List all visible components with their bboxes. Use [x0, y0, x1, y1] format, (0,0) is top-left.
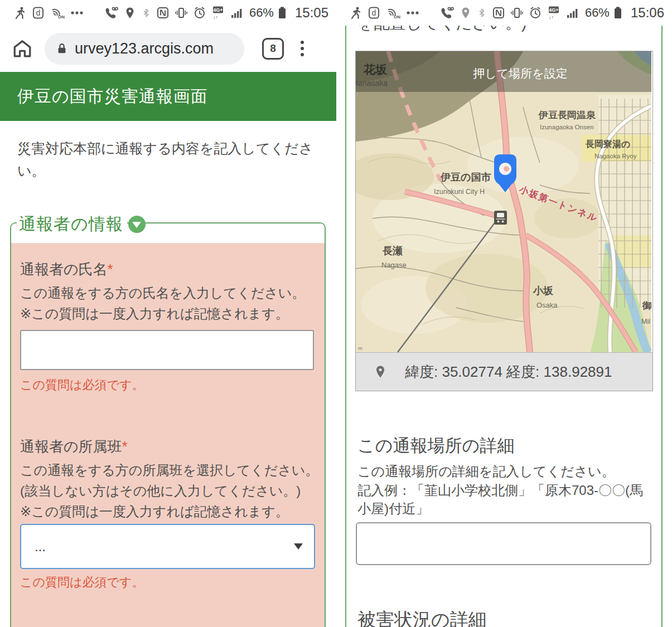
map-label-edge-jp: 御 — [642, 300, 651, 311]
alarm-clock-icon — [529, 6, 542, 20]
map-widget[interactable]: 花坂 Hanasaka 押して場所を設定 伊豆長岡温泉 Izunagaoka O… — [355, 51, 653, 391]
browser-toolbar: urvey123.arcgis.com 8 — [0, 26, 336, 71]
url-text: urvey123.arcgis.com — [75, 40, 214, 57]
signal-strength-icon — [230, 6, 243, 20]
map-label-hanasaka-jp: 花坂 — [363, 63, 388, 76]
battery-icon — [612, 6, 623, 20]
nfc-icon — [492, 6, 505, 20]
more-notifications-icon — [405, 6, 420, 20]
tab-counter-button[interactable]: 8 — [262, 38, 284, 60]
selected-value: ... — [35, 539, 294, 555]
map-label-onsen-en: Izunagaoka Onsen — [540, 124, 594, 130]
voicemail-phone-icon — [440, 6, 455, 20]
form-header: 伊豆の国市災害通報画面 — [0, 72, 336, 121]
network-arrows: ↓↑ — [213, 14, 218, 20]
signal-strength-icon — [565, 6, 579, 20]
map-label-ryokan-jp: 長岡寮湯の — [585, 139, 630, 149]
battery-percent: 66% — [249, 6, 274, 20]
bluetooth-icon — [477, 6, 487, 20]
map-label-edge-en: Mil — [641, 318, 650, 325]
status-bar-left: d ON 4G+↓↑ 66% 15:05 — [0, 0, 336, 26]
place-detail-desc1: この通報場所の詳細を記入してください。 — [357, 462, 615, 480]
question-team-desc1: この通報をする方の所属班を選択してください。 — [20, 461, 318, 479]
map-label-nagase-en: Nagase — [381, 261, 407, 269]
clock-time: 15:06 — [631, 5, 664, 21]
question-name-desc1: この通報をする方の氏名を入力してください。 — [20, 284, 305, 302]
map-label-nagase-jp: 長瀬 — [382, 245, 403, 256]
team-select-dropdown[interactable]: ... — [20, 524, 315, 569]
map-label-ryokan-en: Nagaoka Ryoy — [594, 153, 637, 159]
network-badge-label: 4G+ — [549, 7, 558, 13]
network-4g-icon: 4G+↓↑ — [547, 6, 560, 20]
network-arrows: ↓↑ — [549, 14, 554, 20]
question-team-desc2: (該当しない方はその他に入力してください。) — [20, 482, 301, 500]
nfc-icon — [156, 6, 170, 20]
map-label-onsen-jp: 伊豆長岡温泉 — [538, 110, 596, 120]
tab-count: 8 — [270, 42, 276, 55]
lock-icon — [56, 42, 68, 55]
network-badge-label: 4G+ — [213, 7, 223, 13]
coordinate-bar: 緯度: 35.02774 経度: 138.92891 — [356, 352, 652, 391]
vibrate-icon — [510, 6, 524, 20]
form-intro-text: 災害対応本部に通報する内容を記入してください。 — [17, 137, 325, 182]
map-instruction-text: 押して場所を設定 — [473, 67, 567, 80]
vibrate-icon — [175, 6, 188, 20]
activity-runner-icon — [349, 6, 362, 20]
voicemail-phone-icon — [104, 6, 119, 20]
map-scale-unit: m — [358, 345, 362, 351]
more-notifications-icon — [70, 6, 84, 20]
map-label-city-jp: 伊豆の国市 — [440, 172, 491, 183]
wifi-calling-icon: ON — [386, 6, 400, 20]
d-point-icon: d — [32, 6, 45, 20]
status-bar-right: d ON 4G+↓↑ 66% 15:06 — [339, 0, 672, 26]
question-name-desc2: ※この質問は一度入力すれば記憶されます。 — [20, 305, 289, 323]
location-on-icon — [124, 6, 136, 20]
screenshot-stage: d ON 4G+↓↑ 66% 15:05 urvey123.arcgis.com… — [0, 0, 672, 627]
network-4g-icon: 4G+↓↑ — [211, 6, 225, 20]
map-label-osaka-jp: 小坂 — [533, 285, 554, 297]
home-button[interactable] — [11, 38, 33, 59]
coordinate-readout: 緯度: 35.02774 経度: 138.92891 — [405, 362, 612, 382]
bluetooth-icon — [141, 6, 151, 20]
d-badge-letter: d — [36, 8, 41, 17]
chevron-down-icon — [132, 222, 141, 228]
dropdown-arrow-icon — [294, 543, 303, 550]
question-name-label: 通報者の氏名* — [20, 260, 113, 279]
map-label-hanasaka-en: Hanasaka — [356, 79, 388, 88]
required-asterisk: * — [108, 261, 113, 278]
question-team-desc3: ※この質問は一度入力すれば記憶されます。 — [20, 503, 289, 521]
coordinate-pin-icon — [374, 364, 387, 379]
browser-menu-button[interactable] — [301, 41, 304, 56]
d-badge-letter: d — [372, 8, 376, 17]
url-bar[interactable]: urvey123.arcgis.com — [45, 33, 244, 65]
wifi-call-on-label: ON — [394, 14, 400, 20]
required-asterisk: * — [122, 438, 128, 455]
group-legend: 通報者の情報 — [17, 213, 146, 236]
train-station-icon — [494, 211, 507, 225]
map-label-osaka-en: Osaka — [536, 301, 558, 309]
activity-runner-icon — [13, 6, 27, 20]
form-title: 伊豆の国市災害通報画面 — [17, 85, 208, 108]
clock-time: 15:05 — [295, 5, 328, 21]
map-label-city-en: Izunokuni City H — [434, 188, 485, 196]
damage-detail-label: 被害状況の詳細 — [357, 607, 487, 627]
question-team-error: この質問は必須です。 — [20, 574, 144, 591]
wifi-call-on-label: ON — [58, 14, 65, 20]
collapse-group-button[interactable] — [128, 216, 146, 233]
battery-percent: 66% — [585, 6, 610, 20]
question-name-error: この質問は必須です。 — [20, 377, 144, 393]
alarm-clock-icon — [193, 6, 206, 20]
d-point-icon: d — [368, 6, 381, 20]
reporter-name-input[interactable] — [20, 330, 314, 370]
place-detail-desc2: 記入例：「韮山小学校北側」「原木703-〇〇(馬小屋)付近」 — [357, 481, 652, 518]
battery-icon — [277, 6, 288, 20]
question-team-label: 通報者の所属班* — [20, 437, 128, 456]
group-title: 通報者の情報 — [17, 213, 127, 236]
map-canvas[interactable]: 花坂 Hanasaka 押して場所を設定 伊豆長岡温泉 Izunagaoka O… — [356, 51, 651, 352]
place-detail-label: この通報場所の詳細 — [357, 434, 514, 458]
place-detail-input[interactable] — [356, 522, 651, 565]
wifi-calling-icon: ON — [50, 6, 65, 20]
location-on-icon — [460, 6, 472, 20]
